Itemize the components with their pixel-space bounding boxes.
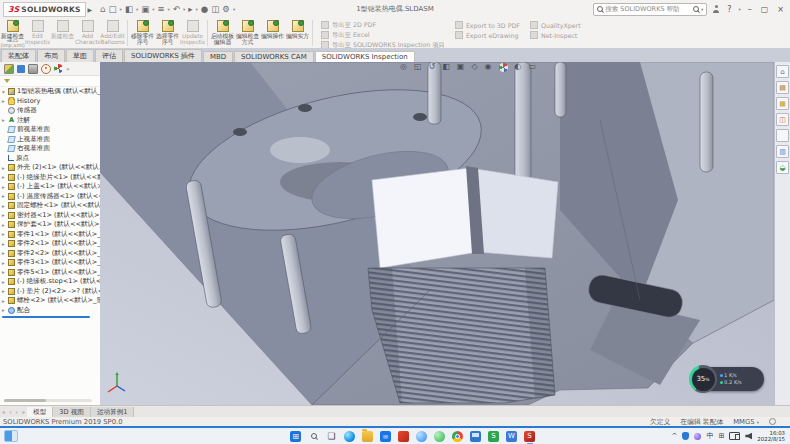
ribbon-button-add-characteristic[interactable]: Add Characteristic — [75, 18, 100, 48]
edit-appearance-icon[interactable] — [499, 63, 508, 72]
search-button[interactable] — [308, 431, 319, 442]
login-icon[interactable] — [712, 5, 720, 13]
display-settings-icon[interactable]: ◫ — [211, 5, 219, 14]
ime-indicator[interactable]: 中 — [706, 431, 713, 441]
print-icon-caret[interactable]: ▾ — [168, 7, 170, 12]
widgets-button[interactable] — [4, 430, 18, 442]
ribbon-tab-solidworks-插件[interactable]: SOLIDWORKS 插件 — [124, 49, 202, 62]
tree-item-外壳-2-1-[interactable]: ▸外壳 (2)<1> (默认<<默认>_显示状态 — [0, 163, 100, 173]
start-button[interactable]: ⊞ — [290, 431, 301, 442]
save-icon[interactable]: ▣ — [141, 5, 149, 14]
display-style-icon[interactable]: ◇ — [471, 62, 477, 72]
rebuild-icon[interactable]: ● — [201, 5, 208, 14]
tree-item-固定螺栓-1-默[interactable]: ▸固定螺栓<1> (默认<<默认>_显示状 — [0, 201, 100, 211]
tree-item--绝缘板-st[interactable]: ▸(-) 绝缘板.step<1> (默认<<默认>_ — [0, 277, 100, 287]
search-options-caret[interactable]: ▾ — [701, 7, 703, 12]
tree-item--绝缘垫片-1[interactable]: ▸(-) 绝缘垫片<1> (默认<<默认>_显示状 — [0, 173, 100, 183]
design-library-icon[interactable]: ▤ — [776, 81, 789, 94]
tree-root[interactable]: ▾ 1型铠装热电偶 (默认<默认_显示状态-1>) — [0, 87, 100, 97]
export-item-qualityxpert[interactable]: QualityXpert — [530, 21, 581, 29]
zoom-area-icon[interactable]: ◱ — [414, 62, 422, 72]
ribbon-button-add-edit-balloons[interactable]: Add/Edit Balloons — [100, 18, 125, 48]
apply-scene-icon[interactable]: ◐ — [515, 62, 522, 72]
tree-item-零件1-1-默认[interactable]: ▸零件1<1> (默认<<默认>_显示状态 — [0, 230, 100, 240]
ribbon-tab-solidworks-cam[interactable]: SOLIDWORKS CAM — [234, 51, 314, 62]
tree-item-零件2-1-默认[interactable]: ▸零件2<1> (默认<<默认>_显示状态 — [0, 239, 100, 249]
ribbon-button-编辑实方[interactable]: 编辑实方 — [285, 18, 310, 48]
open-file-icon[interactable]: ◧ — [125, 5, 133, 14]
tree-item-history[interactable]: ▸History — [0, 97, 100, 107]
new-file-icon[interactable]: □ — [109, 5, 117, 14]
ribbon-button-启动模板编辑器[interactable]: 启动模板编辑器 — [210, 18, 235, 48]
tree-item-零件5-1-默认[interactable]: ▸零件5<1> (默认<<默认>_显示状态 — [0, 268, 100, 278]
tree-item-注解[interactable]: ▸A注解 — [0, 116, 100, 126]
zoom-fit-icon[interactable]: ◎ — [400, 62, 407, 72]
chrome-icon[interactable] — [452, 431, 463, 442]
help-button[interactable]: ? — [725, 5, 733, 14]
ribbon-tab-mbd[interactable]: MBD — [203, 51, 233, 62]
pc-manager-icon[interactable] — [470, 431, 481, 442]
tree-item-配合[interactable]: ▸配合 — [0, 306, 100, 316]
tree-filter[interactable] — [0, 76, 100, 87]
configurationmanager-tab[interactable] — [28, 64, 38, 74]
ribbon-button-新建检查[interactable]: 新建检查 — [50, 18, 75, 48]
ribbon-tab-评估[interactable]: 评估 — [95, 49, 123, 62]
new-file-icon-caret[interactable]: ▾ — [120, 7, 122, 12]
section-view-icon[interactable]: ◧ — [442, 62, 450, 72]
tree-item-传感器[interactable]: 传感器 — [0, 106, 100, 116]
help-caret[interactable]: ▾ — [738, 7, 740, 12]
view-orientation-icon[interactable]: ▣ — [457, 62, 465, 72]
tree-item-上视基准面[interactable]: 上视基准面 — [0, 135, 100, 145]
tree-item-密封器-1-默认[interactable]: ▸密封器<1> (默认<<默认>_显示状态 — [0, 211, 100, 221]
graphics-viewport[interactable]: ◎◱↺◧▣◇◉◐▭ 35% 1 K/s 0.2 K/s — [100, 62, 774, 405]
view-palette-icon[interactable]: ◫ — [776, 113, 789, 126]
ribbon-button-移除零件序号[interactable]: 移除零件序号 — [130, 18, 155, 48]
units-selector[interactable]: MMGS ▾ — [733, 418, 759, 426]
doc-nav-arrow-0[interactable]: « — [0, 409, 7, 415]
export-item-net-inspect[interactable]: Net-Inspect — [530, 31, 581, 39]
defender-icon[interactable] — [682, 432, 689, 440]
task-view-button[interactable]: ❏ — [326, 431, 337, 442]
appearances-icon[interactable] — [776, 129, 789, 142]
wps-icon[interactable]: W — [506, 431, 517, 442]
search-submit-icon[interactable] — [693, 6, 699, 12]
tree-item-螺栓-2-默认-[interactable]: ▸螺栓<2> (默认<<默认>_显示状态 — [0, 296, 100, 306]
tree-item-零件2-2-默认[interactable]: ▸零件2<2> (默认<<默认>_显示状态 — [0, 249, 100, 259]
doc-tab-运动算例1[interactable]: 运动算例1 — [91, 407, 135, 418]
export-item-export-edrawing[interactable]: Export eDrawing — [455, 31, 520, 39]
doc-nav-arrow-3[interactable]: » — [20, 409, 27, 415]
system-monitor-overlay[interactable]: 35% 1 K/s 0.2 K/s — [692, 367, 764, 391]
options-icon-caret[interactable]: ▾ — [233, 7, 235, 12]
hide-show-items-icon[interactable]: ◉ — [485, 62, 492, 72]
volume-icon[interactable] — [745, 433, 752, 440]
view-settings-icon[interactable]: ▭ — [529, 62, 537, 72]
restore-button[interactable]: ▢ — [759, 5, 771, 14]
taskbar-clock[interactable]: 16:03 2022/8/15 — [757, 430, 785, 442]
model-3d-view[interactable] — [100, 62, 774, 405]
resources-icon[interactable]: ⌂ — [776, 65, 789, 78]
tree-item-右视基准面[interactable]: 右视基准面 — [0, 144, 100, 154]
ribbon-button-新建检查项目[interactable]: 新建检查项目(imp;xml) — [0, 18, 25, 48]
export-item-导出至-2d-pdf[interactable]: 导出至 2D PDF — [321, 21, 445, 29]
export-item-导出至-excel[interactable]: 导出至 Excel — [321, 31, 445, 39]
file-explorer-icon[interactable] — [362, 431, 373, 442]
ribbon-button-编辑操作[interactable]: 编辑操作 — [260, 18, 285, 48]
featuremanager-tab[interactable] — [4, 64, 14, 74]
browser-icon[interactable] — [416, 431, 427, 442]
open-file-icon-caret[interactable]: ▾ — [136, 7, 138, 12]
close-button[interactable]: × — [775, 5, 786, 14]
minimize-button[interactable]: – — [746, 5, 754, 14]
tree-item--上盖-1-[interactable]: ▸(-) 上盖<1> (默认<<默认>_显示状态 — [0, 182, 100, 192]
previous-view-icon[interactable]: ↺ — [429, 62, 436, 72]
undo-icon-caret[interactable]: ▾ — [183, 7, 185, 12]
tray-ball-icon[interactable] — [694, 433, 701, 440]
tree-item-保护套-1-默认[interactable]: ▸保护套<1> (默认<<默认>_显示状态 — [0, 220, 100, 230]
tray-expand-icon[interactable]: ^ — [672, 432, 678, 440]
doc-tab-3d-视图[interactable]: 3D 视图 — [53, 407, 91, 418]
mail-icon[interactable]: ✉ — [380, 431, 391, 442]
cast-icon[interactable] — [729, 432, 740, 440]
select-icon-caret[interactable]: ▾ — [196, 7, 198, 12]
displaymanager-tab[interactable] — [54, 64, 63, 73]
tree-hscrollbar[interactable] — [4, 399, 92, 402]
edge-icon[interactable] — [344, 431, 355, 442]
